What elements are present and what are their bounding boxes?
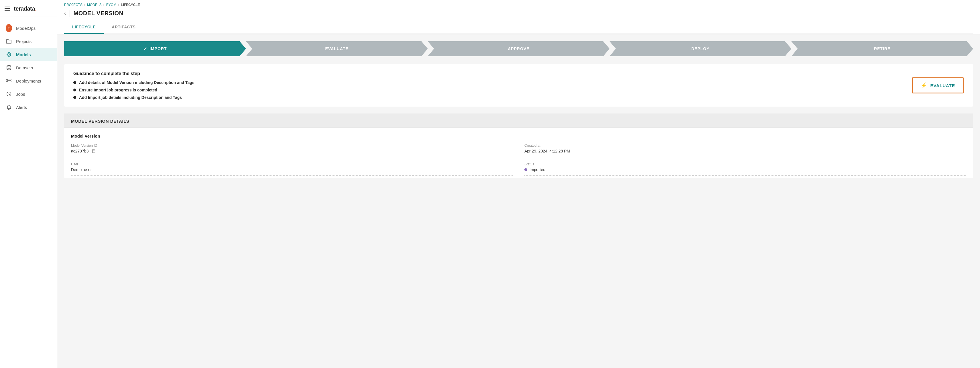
breadcrumb: PROJECTS › MODELS › BYOM › LIFECYCLE xyxy=(64,0,973,8)
pipeline-step-deploy-label: DEPLOY xyxy=(691,46,710,51)
status-dot-icon xyxy=(524,168,527,171)
logo-dot: . xyxy=(35,5,37,12)
bullet-dot-1 xyxy=(73,81,76,84)
sidebar-item-alerts[interactable]: Alerts xyxy=(0,100,57,114)
sidebar-item-jobs[interactable]: Jobs xyxy=(0,88,57,100)
user-text: Demo_user xyxy=(71,167,92,172)
pipeline-step-evaluate-label: EVALUATE xyxy=(325,46,348,51)
breadcrumb-current: LIFECYCLE xyxy=(121,3,140,7)
logo-text: teradata xyxy=(14,5,35,12)
breadcrumb-byom[interactable]: BYOM xyxy=(106,3,116,7)
svg-point-9 xyxy=(8,80,8,80)
copy-icon[interactable] xyxy=(91,149,95,153)
guidance-list: Add details of Model Version including D… xyxy=(73,80,964,100)
guidance-item-1-text: Add details of Model Version including D… xyxy=(79,80,194,85)
breadcrumb-models[interactable]: MODELS xyxy=(87,3,102,7)
svg-point-6 xyxy=(7,65,11,67)
tab-artifacts[interactable]: ARTIFACTS xyxy=(104,21,143,34)
svg-point-10 xyxy=(8,81,8,82)
guidance-item-3: Add Import job details including Descrip… xyxy=(73,95,964,100)
bullet-dot-2 xyxy=(73,89,76,91)
svg-point-1 xyxy=(8,54,10,55)
sidebar-item-label-models: Models xyxy=(16,52,31,57)
section-title: MODEL VERSION DETAILS xyxy=(64,113,973,128)
content-area: ✓ IMPORT EVALUATE APPROVE DEPLOY RETIRE … xyxy=(57,34,980,368)
guidance-title: Guidance to complete the step xyxy=(73,71,964,76)
svg-rect-7 xyxy=(6,79,11,80)
field-label-user: User xyxy=(71,162,513,166)
pipeline-step-import[interactable]: ✓ IMPORT xyxy=(64,41,246,56)
tabs-row: LIFECYCLE ARTIFACTS xyxy=(64,21,973,34)
sidebar-item-deployments[interactable]: Deployments xyxy=(0,74,57,88)
model-version-id-text: ac2737b3 xyxy=(71,149,89,153)
sidebar-nav: T ModelOps Projects Models Datasets xyxy=(0,17,57,368)
modelops-icon: T xyxy=(6,25,12,31)
deployments-icon xyxy=(6,78,12,84)
created-at-text: Apr 29, 2024, 4:12:28 PM xyxy=(524,149,570,153)
sidebar-item-modelops[interactable]: T ModelOps xyxy=(0,21,57,35)
bullet-dot-3 xyxy=(73,96,76,99)
topbar: PROJECTS › MODELS › BYOM › LIFECYCLE ‹ M… xyxy=(57,0,980,34)
field-label-model-version-id: Model Version ID xyxy=(71,143,513,148)
sidebar-item-label-modelops: ModelOps xyxy=(16,26,35,31)
sidebar: teradata. T ModelOps Projects Models xyxy=(0,0,57,368)
field-col-left: Model Version ID ac2737b3 User Demo_user xyxy=(71,143,524,176)
tab-lifecycle[interactable]: LIFECYCLE xyxy=(64,21,104,34)
pipeline-step-retire[interactable]: RETIRE xyxy=(791,41,973,56)
page-title: MODEL VERSION xyxy=(73,10,123,17)
pipeline-step-approve-label: APPROVE xyxy=(508,46,529,51)
avatar-icon: T xyxy=(6,24,12,32)
main-content: PROJECTS › MODELS › BYOM › LIFECYCLE ‹ M… xyxy=(57,0,980,368)
evaluate-icon: ⚡ xyxy=(921,82,927,89)
title-divider xyxy=(70,10,70,17)
models-icon xyxy=(6,51,12,57)
check-icon: ✓ xyxy=(143,46,147,52)
sidebar-item-label-jobs: Jobs xyxy=(16,92,25,97)
svg-rect-12 xyxy=(92,150,95,153)
sidebar-item-models[interactable]: Models xyxy=(0,48,57,61)
pipeline-step-approve[interactable]: APPROVE xyxy=(428,41,610,56)
sidebar-item-label-projects: Projects xyxy=(16,39,32,44)
breadcrumb-sep-3: › xyxy=(118,3,119,7)
jobs-icon xyxy=(6,91,12,97)
hamburger-menu-icon[interactable] xyxy=(5,6,10,11)
pipeline-step-evaluate[interactable]: EVALUATE xyxy=(246,41,428,56)
guidance-card: Guidance to complete the step Add detail… xyxy=(64,64,973,107)
pipeline-step-import-label: IMPORT xyxy=(150,46,167,51)
folder-icon xyxy=(6,38,12,45)
logo: teradata. xyxy=(14,5,37,12)
details-inner: Model Version Model Version ID ac2737b3 … xyxy=(64,128,973,178)
sidebar-item-label-datasets: Datasets xyxy=(16,65,33,70)
field-value-status: Imported xyxy=(524,167,966,176)
datasets-icon xyxy=(6,64,12,71)
guidance-item-3-text: Add Import job details including Descrip… xyxy=(79,95,182,100)
sidebar-item-projects[interactable]: Projects xyxy=(0,35,57,48)
field-value-model-version-id: ac2737b3 xyxy=(71,149,513,157)
back-button[interactable]: ‹ xyxy=(64,10,66,17)
breadcrumb-sep-2: › xyxy=(103,3,105,7)
evaluate-button[interactable]: ⚡ EVALUATE xyxy=(912,77,964,94)
status-text: Imported xyxy=(530,167,545,172)
sidebar-item-label-alerts: Alerts xyxy=(16,105,27,110)
field-value-created-at: Apr 29, 2024, 4:12:28 PM xyxy=(524,149,966,157)
field-group-title: Model Version xyxy=(71,134,966,139)
field-value-user: Demo_user xyxy=(71,167,513,176)
sidebar-item-datasets[interactable]: Datasets xyxy=(0,61,57,74)
sidebar-header: teradata. xyxy=(0,0,57,17)
page-title-row: ‹ MODEL VERSION xyxy=(64,8,973,21)
field-label-status: Status xyxy=(524,162,966,166)
breadcrumb-sep-1: › xyxy=(84,3,85,7)
field-col-right: Created at Apr 29, 2024, 4:12:28 PM Stat… xyxy=(524,143,966,176)
guidance-item-2: Ensure Import job progress is completed xyxy=(73,88,964,92)
evaluate-button-label: EVALUATE xyxy=(930,83,955,88)
sidebar-item-label-deployments: Deployments xyxy=(16,78,41,83)
alerts-icon xyxy=(6,104,12,110)
field-label-created-at: Created at xyxy=(524,143,966,148)
fields-row-1: Model Version ID ac2737b3 User Demo_user xyxy=(71,143,966,176)
pipeline: ✓ IMPORT EVALUATE APPROVE DEPLOY RETIRE xyxy=(64,41,973,56)
breadcrumb-projects[interactable]: PROJECTS xyxy=(64,3,83,7)
svg-rect-8 xyxy=(6,81,11,82)
pipeline-step-deploy[interactable]: DEPLOY xyxy=(609,41,791,56)
guidance-item-1: Add details of Model Version including D… xyxy=(73,80,964,85)
guidance-item-2-text: Ensure Import job progress is completed xyxy=(79,88,157,92)
